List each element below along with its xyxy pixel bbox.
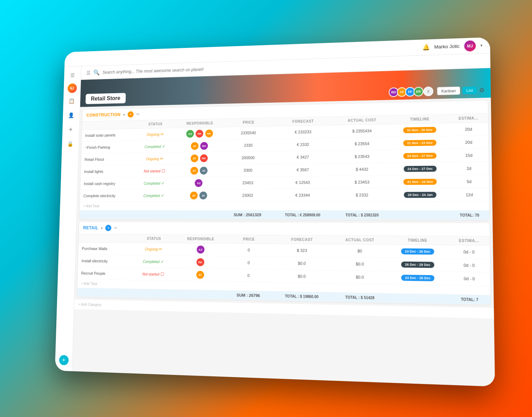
sidebar-avatar-icon[interactable]: NJ [67,83,77,93]
retail-label: RETAIL [83,225,98,230]
task-forecast: € 3567 [272,163,333,176]
construction-edit-icon[interactable]: ✏ [136,112,140,116]
retail-table: STATUS RESPONSIBLE PRICE FORECAST ACTUAL… [77,234,491,305]
retail-chevron-icon[interactable]: ▾ [101,226,103,230]
task-actual-cost: $ 23543 [333,150,391,163]
task-timeline: 26 Dec - 29 Dec [387,258,448,271]
task-estimate: 5d [449,175,489,188]
construction-add-button[interactable]: + [127,111,133,117]
edit-pencil-icon[interactable]: ✏ [160,132,164,137]
task-forecast: € 2332 [273,138,333,151]
col-responsible: RESPONSIBLE [175,119,224,128]
task-status: Ongoing ✏ [132,242,175,255]
col-status: STATUS [135,119,175,128]
task-status: Not started ☐ [134,164,175,177]
sidebar-person-icon[interactable]: 👤 [65,109,77,121]
check-icon: ✓ [161,259,164,264]
list-view-button[interactable]: List [462,86,477,94]
sidebar-lock-icon[interactable]: 🔒 [64,138,77,150]
task-price: 23002 [223,189,272,201]
task-responsible: AT JS [174,164,223,177]
task-actual-cost: $0.0 [332,270,387,284]
sidebar-add-button[interactable]: + [59,355,69,365]
task-price: 2330 [224,139,273,152]
checkbox-icon: ☐ [160,271,164,277]
task-timeline: 20 Dec - 24 Jan [391,188,449,201]
construction-chevron-icon[interactable]: ▾ [123,113,125,116]
col-actual-cost: ACTUAL COST [333,115,391,125]
view-controls: BD AF FF ER 2 Kanban List ⚙ [389,85,484,97]
task-estimate: 0d - 0 [448,271,490,286]
task-timeline: 24 Nov - 27 Nov [391,149,449,162]
retail-total-actual: TOTAL : $ 51428 [332,292,387,303]
task-status: Completed ✓ [135,140,175,153]
total-actual: TOTAL : $ 2381320 [333,210,391,220]
user-avatar[interactable]: MJ [464,40,476,51]
retail-total-estimate: TOTAL: 7 [448,294,490,304]
task-name: Recruit People [77,267,132,280]
sum-row: SUM : 2561329 TOTAL : € 258909.00 TOTAL … [79,210,489,220]
task-name: Purchase Walls [78,242,132,255]
task-price: 3300 [223,164,273,177]
task-actual-cost: $0.0 [332,257,387,271]
check-icon: ✓ [161,181,165,186]
edit-pencil-icon[interactable]: ✏ [160,156,163,161]
col-forecast-retail: FORECAST [272,235,333,244]
col-estimate: ESTIMA... [449,114,488,123]
user-menu-chevron-icon[interactable]: ▾ [480,43,482,47]
task-responsible: AZ [174,176,223,189]
sidebar-hamburger-icon[interactable]: ☰ [66,69,78,81]
task-timeline: 21 Nov - 23 Nov [391,136,449,150]
kanban-view-button[interactable]: Kanban [437,86,460,95]
task-status: Completed ✓ [134,177,174,189]
col-task [82,120,135,130]
construction-table: STATUS RESPONSIBLE PRICE FORECAST ACTUAL… [79,114,489,220]
avatar-more-count: 2 [423,86,433,96]
task-responsible: AT JS [174,189,223,202]
task-responsible: AT RK [175,152,224,165]
retail-edit-icon[interactable]: ✏ [114,225,118,230]
task-estimate: 12d [450,188,489,201]
col-estimate-retail: ESTIMA... [448,236,490,245]
notification-bell-icon[interactable]: 🔔 [422,44,430,51]
task-responsible: AT MJ [175,139,224,152]
task-estimate: 20d [449,135,488,149]
task-responsible: RK [175,255,226,269]
col-status-retail: STATUS [133,234,175,243]
task-estimate: 15d [449,148,488,162]
settings-button[interactable]: ⚙ [479,86,484,94]
task-status: Completed ✓ [132,255,175,268]
retail-total-forecast: TOTAL : $ 19860.00 [271,291,332,302]
task-status: Not started ☐ [131,267,175,281]
project-content: Retail Store BD AF FF ER 2 Kanban List ⚙ [72,68,495,387]
task-price: 23453 [223,176,272,189]
task-status: Ongoing ✏ [134,152,175,165]
task-actual-cost: $ 4432 [333,163,391,176]
task-forecast: € 12543 [272,176,333,189]
task-price: 0 [226,269,271,282]
sidebar-document-icon[interactable]: 📋 [65,95,77,107]
add-task-button[interactable]: + Add Task [80,201,489,210]
task-timeline: 24 Dec - 26 Dec [387,245,448,258]
task-status: Completed ✓ [133,189,174,201]
task-timeline: 21 Nov - 26 Nov [391,123,449,137]
task-price: 0 [226,256,272,269]
task-estimate: 0d - 0 [448,258,490,272]
col-timeline: TIMELINE [391,114,449,124]
task-estimate: 20d [449,122,488,136]
task-responsible: AT [174,268,226,281]
task-forecast: $0.0 [271,269,333,283]
user-name: Marko Jotic [434,43,459,49]
retail-add-button[interactable]: + [105,225,111,231]
task-estimate: 0d - 0 [448,245,490,259]
edit-pencil-icon[interactable]: ✏ [159,246,162,252]
construction-section: CONSTRUCTION ▾ + ✏ STATUS RESPONSIBLE PR… [79,101,489,220]
task-name: Complete electricity [80,189,134,202]
task-forecast: € 23344 [272,188,333,201]
sidebar-flight-icon[interactable]: ✈ [65,123,77,135]
task-responsible: GS RK NK [175,127,224,140]
task-name: Install cash registry [80,177,134,189]
add-task-row[interactable]: + Add Task [80,201,489,210]
hamburger-icon[interactable]: ☰ [86,70,90,75]
total-estimate: TOTAL: 70 [450,210,489,220]
